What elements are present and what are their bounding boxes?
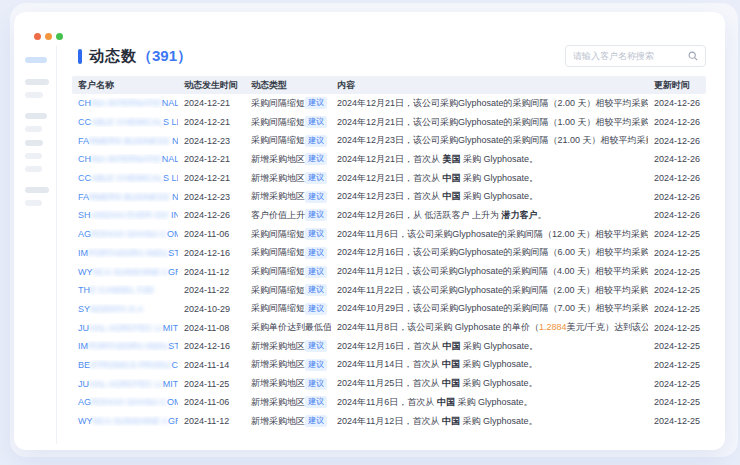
suggestion-badge[interactable]: 建议 xyxy=(305,209,327,221)
suggestion-badge[interactable]: 建议 xyxy=(305,228,327,240)
event-type: 采购间隔缩短 xyxy=(251,97,305,110)
content-segment: 2024年11月12日，该公司采购Glyphosate的采购间隔（4.00 天）… xyxy=(337,266,648,276)
customer-name-link[interactable]: CHINA INTERNATIONAL L... xyxy=(72,98,178,108)
event-content: 2024年11月8日，该公司采购 Glyphosate 的单价（1.2884美元… xyxy=(331,321,648,334)
window-controls xyxy=(34,33,63,40)
event-date: 2024-11-06 xyxy=(178,229,245,239)
sidebar-item[interactable] xyxy=(25,153,42,159)
updated-date: 2024-12-25 xyxy=(648,304,706,314)
table-row[interactable]: CCABLE CHEMICALS LLC2024-12-21采购间隔缩短建议20… xyxy=(72,113,706,132)
sidebar-item-active[interactable] xyxy=(25,57,47,63)
customer-name-prefix: JU xyxy=(78,323,89,333)
customer-name-prefix: WY xyxy=(78,416,93,426)
customer-name-link[interactable]: SHANGHAI EVER GO INTER... xyxy=(72,210,178,220)
table-header: 客户名称 动态发生时间 动态类型 内容 更新时间 xyxy=(72,76,706,94)
window-maximize-button[interactable] xyxy=(56,33,63,40)
table-row[interactable]: SYNGENTA S.A2024-10-29采购间隔缩短建议2024年10月29… xyxy=(72,300,706,319)
updated-date: 2024-12-25 xyxy=(648,248,706,258)
suggestion-badge[interactable]: 建议 xyxy=(305,191,327,203)
suggestion-badge[interactable]: 建议 xyxy=(305,97,327,109)
table-row[interactable]: CHINA INTERNATIONAL L...2024-12-21新增采购地区… xyxy=(72,150,706,169)
table-row[interactable]: CHINA INTERNATIONAL L...2024-12-21采购间隔缩短… xyxy=(72,94,706,113)
suggestion-badge[interactable]: 建议 xyxy=(305,303,327,315)
sidebar-item[interactable] xyxy=(25,113,47,119)
sidebar-item[interactable] xyxy=(25,200,42,206)
content-segment: 2024年11月22日，该公司采购Glyphosate的采购间隔（2.00 天）… xyxy=(337,285,648,295)
suggestion-badge[interactable]: 建议 xyxy=(305,247,327,259)
suggestion-badge[interactable]: 建议 xyxy=(305,116,327,128)
suggestion-badge[interactable]: 建议 xyxy=(305,172,327,184)
content-segment: 采购 Glyphosate。 xyxy=(455,397,533,407)
table-row[interactable]: IMPORTADORA INDUSTRIA...2024-12-16采购间隔缩短… xyxy=(72,244,706,263)
suggestion-badge[interactable]: 建议 xyxy=(305,396,327,408)
event-content: 2024年11月25日，首次从 中国 采购 Glyphosate。 xyxy=(331,377,648,390)
table-row[interactable]: AGROHAO GHANA COMPA...2024-11-06新增采购地区建议… xyxy=(72,393,706,412)
sidebar-item[interactable] xyxy=(25,140,43,146)
updated-date: 2024-12-25 xyxy=(648,323,706,333)
table-row[interactable]: FARMERS BUSINESS NET...2024-12-23采购间隔缩短建… xyxy=(72,131,706,150)
content-segment: 美国 xyxy=(443,154,461,164)
customer-name-link[interactable]: BESTRONICS PRODUCTIO... xyxy=(72,360,178,370)
suggestion-badge[interactable]: 建议 xyxy=(305,153,327,165)
customer-name-link[interactable]: JUHAL AGROTEC LIMITED xyxy=(72,379,178,389)
suggestion-badge[interactable]: 建议 xyxy=(305,135,327,147)
customer-name-suffix: STRIA... xyxy=(168,341,178,351)
event-date: 2024-12-21 xyxy=(178,173,245,183)
customer-name-prefix: BE xyxy=(78,360,90,370)
table-row[interactable]: THE CANDEL FZE2024-11-22采购间隔缩短建议2024年11月… xyxy=(72,281,706,300)
sidebar-item[interactable] xyxy=(25,92,43,98)
sidebar-item[interactable] xyxy=(25,126,42,132)
content-segment: 2024年11月8日，该公司采购 Glyphosate 的单价（ xyxy=(337,322,539,332)
customer-name-redacted: ABLE CHEMICAL xyxy=(91,117,163,127)
search-input[interactable] xyxy=(573,51,688,61)
window-close-button[interactable] xyxy=(34,33,41,40)
event-content: 2024年12月16日，首次从 中国 采购 Glyphosate。 xyxy=(331,340,648,353)
suggestion-badge[interactable]: 建议 xyxy=(305,284,327,296)
window-minimize-button[interactable] xyxy=(45,33,52,40)
table-row[interactable]: IMPORTADORA INDUSTRIA...2024-12-16新增采购地区… xyxy=(72,337,706,356)
table-row[interactable]: WYNCA SUNSHINE AGRIC ...2024-11-12新增采购地区… xyxy=(72,412,706,431)
customer-name-link[interactable]: CCABLE CHEMICALS LLC xyxy=(72,117,178,127)
content-segment: 中国 xyxy=(443,191,461,201)
customer-name-link[interactable]: AGROHAO GHANA COMPA... xyxy=(72,229,178,239)
suggestion-badge[interactable]: 建议 xyxy=(305,378,327,390)
content-segment: 2024年11月12日，首次从 xyxy=(337,416,442,426)
customer-name-link[interactable]: WYNCA SUNSHINE AGRIC ... xyxy=(72,416,178,426)
table-row[interactable]: AGROHAO GHANA COMPA...2024-11-06采购间隔缩短建议… xyxy=(72,225,706,244)
sidebar-item[interactable] xyxy=(25,187,49,193)
customer-name-redacted: PORTADORA INDU xyxy=(88,341,168,351)
table-row[interactable]: CCABLE CHEMICALS LLC2024-12-21新增采购地区建议20… xyxy=(72,169,706,188)
customer-name-link[interactable]: SYNGENTA S.A xyxy=(72,304,178,314)
column-header-updated: 更新时间 xyxy=(648,79,706,92)
customer-name-link[interactable]: AGROHAO GHANA COMPA... xyxy=(72,397,178,407)
table-row[interactable]: JUHAL AGROTEC LIMITED2024-11-08采购单价达到最低值… xyxy=(72,318,706,337)
customer-name-link[interactable]: CHINA INTERNATIONAL L... xyxy=(72,154,178,164)
suggestion-badge[interactable]: 建议 xyxy=(305,415,327,427)
customer-name-suffix: STRIA... xyxy=(168,248,178,258)
table-row[interactable]: BESTRONICS PRODUCTIO...2024-11-14新增采购地区建… xyxy=(72,356,706,375)
customer-name-link[interactable]: FARMERS BUSINESS NET... xyxy=(72,192,178,202)
customer-name-link[interactable]: THE CANDEL FZE xyxy=(72,285,178,295)
suggestion-badge[interactable]: 建议 xyxy=(305,340,327,352)
table-row[interactable]: FARMERS BUSINESS NET...2024-12-23新增采购地区建… xyxy=(72,187,706,206)
content-segment: 1.2884 xyxy=(539,322,567,332)
event-type-cell: 采购单价达到最低值建议 xyxy=(245,321,331,334)
customer-name-link[interactable]: FARMERS BUSINESS NET... xyxy=(72,136,178,146)
customer-name-link[interactable]: WYNCA SUNSHINE AGRIC ... xyxy=(72,267,178,277)
event-content: 2024年11月22日，该公司采购Glyphosate的采购间隔（2.00 天）… xyxy=(331,284,648,297)
table-row[interactable]: WYNCA SUNSHINE AGRIC ...2024-11-12采购间隔缩短… xyxy=(72,262,706,281)
suggestion-badge[interactable]: 建议 xyxy=(305,359,327,371)
customer-name-link[interactable]: IMPORTADORA INDUSTRIA... xyxy=(72,248,178,258)
customer-name-link[interactable]: JUHAL AGROTEC LIMITED xyxy=(72,323,178,333)
event-type: 采购间隔缩短 xyxy=(251,116,305,129)
customer-name-link[interactable]: IMPORTADORA INDUSTRIA... xyxy=(72,341,178,351)
customer-name-link[interactable]: CCABLE CHEMICALS LLC xyxy=(72,173,178,183)
sidebar-item[interactable] xyxy=(25,79,49,85)
table-row[interactable]: JUHAL AGROTEC LIMITED2024-11-25新增采购地区建议2… xyxy=(72,374,706,393)
search-box[interactable] xyxy=(565,45,706,67)
customer-name-prefix: CC xyxy=(78,117,91,127)
suggestion-badge[interactable]: 建议 xyxy=(305,266,327,278)
content-segment: 2024年12月16日，该公司采购Glyphosate的采购间隔（6.00 天）… xyxy=(337,247,648,257)
sidebar-item[interactable] xyxy=(25,166,42,172)
table-row[interactable]: SHANGHAI EVER GO INTER...2024-12-26客户价值上… xyxy=(72,206,706,225)
